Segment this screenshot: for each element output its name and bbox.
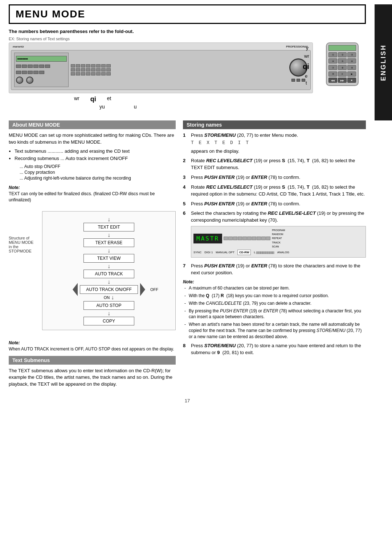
text-submenus-header: Text Submenus	[9, 356, 176, 365]
repeat-label: REPEAT	[272, 237, 285, 240]
ind	[224, 237, 228, 240]
step5-enter: ENTER	[251, 201, 267, 206]
step8-content: Press STORE/MENU (20, 77) to store a nam…	[191, 342, 366, 356]
flow-box-auto-track-onoff: AUTO TRACK ON/OFF	[80, 285, 138, 294]
label-y: y	[306, 45, 309, 51]
step6-display-row: MASTR	[193, 229, 363, 249]
device-image: marantz PROFESSIONAL ■■■■■■■■	[9, 42, 313, 93]
dev-btn	[39, 71, 44, 74]
remote-btn: ■	[347, 78, 356, 83]
flow-box-text-erase: TEXT ERASE	[83, 238, 134, 247]
device-knobs	[16, 77, 67, 84]
label-wr1: wr	[304, 53, 309, 59]
step2-content: Rotate REC LEVEL/SELECT (19) or press S …	[191, 157, 366, 171]
transport-buttons	[291, 79, 305, 82]
r-key: R	[221, 293, 224, 298]
ind	[242, 237, 247, 240]
step6-display-text: MASTR	[193, 234, 222, 243]
grid-btn	[96, 68, 101, 71]
step5-content: Press PUSH ENTER (19) or ENTER (78) to c…	[191, 201, 366, 208]
remote-btn: ▶▶	[338, 78, 347, 83]
step6-rec-level: REC LEVEL/SE-LECT	[268, 210, 316, 216]
label-t: t	[306, 80, 307, 86]
on-branch: ON ↓	[104, 294, 114, 301]
note-block1: Note: TEXT can only be edited for finali…	[9, 185, 176, 203]
about-menu-mode-content: MENU MODE can set up more sophisticated …	[9, 132, 176, 181]
cancel-delete: CANCEL/DELETE	[206, 301, 242, 306]
step8-nine: 9	[217, 350, 220, 355]
step2-t: T	[307, 158, 310, 163]
left-column: About MENU MODE MENU MODE can set up mor…	[9, 120, 176, 392]
remote-btn: ⑤	[338, 58, 347, 63]
grid-btn	[96, 72, 101, 75]
step8-store-menu: STORE/MENU	[204, 343, 236, 348]
remote-btn: ④	[328, 58, 337, 63]
note3-bullet1: A maximum of 60 characters can be stored…	[183, 285, 366, 291]
bottom-labels: wr qi et	[9, 95, 366, 103]
cd-rw-badge: CD-RW	[237, 250, 251, 255]
remote-btn: ③	[347, 52, 356, 57]
remote-area: ① ② ③ ④ ⑤ ⑥ ⑦ ⑧ ⑨ ⑩ 0 ▶ ◀◀	[319, 42, 366, 86]
flow-branch-area: AUTO TRACK ON/OFF OFF	[73, 285, 145, 294]
dev-btn	[16, 65, 21, 68]
english-label: ENGLISH	[380, 44, 387, 81]
grid-btn	[91, 64, 95, 67]
structure-label1: Structure of MENU MODE	[9, 236, 38, 245]
push-enter-note: PUSH ENTER	[220, 308, 248, 313]
button-grid	[71, 64, 111, 75]
step7-push-enter: PUSH ENTER	[204, 263, 235, 268]
step7-enter: ENTER	[251, 263, 267, 268]
remote-btn: ⑥	[347, 58, 356, 63]
remote-btn: ◀◀	[328, 78, 337, 83]
flow-area: Structure of MENU MODE in the STOPMODE ↓…	[9, 207, 176, 335]
flow-box-text-view: TEXT VIEW	[83, 254, 134, 263]
indent-item2: ... Copy protaction	[20, 170, 176, 175]
note-text1: TEXT can only be edited for finalized di…	[9, 191, 155, 202]
store-menu-note: STORE/MENU	[317, 328, 346, 333]
storing-names-header: Storing names	[183, 120, 366, 129]
step-1: 1 Press STORE/MENU (20, 77) to enter Men…	[183, 132, 366, 155]
step-2: 2 Rotate REC LEVEL/SELECT (19) or press …	[183, 157, 366, 171]
steps-list: 1 Press STORE/MENU (20, 77) to enter Men…	[183, 132, 366, 276]
professional-label: PROFESSIONAL	[286, 45, 309, 48]
flow-box-copy: COPY	[83, 317, 134, 325]
flow-arrow5: ↓	[107, 278, 110, 285]
grid-btn	[101, 68, 106, 71]
remote-btn: ①	[328, 52, 337, 57]
remote-buttons: ① ② ③ ④ ⑤ ⑥ ⑦ ⑧ ⑨ ⑩ 0 ▶ ◀◀	[328, 52, 356, 83]
remote-btn: ⑦	[328, 65, 337, 70]
transport-btn	[302, 79, 305, 82]
ind	[233, 237, 237, 240]
track-label: TRACK	[272, 241, 285, 245]
random-label: RANDOM	[272, 233, 285, 236]
label-wr2: wr	[74, 95, 79, 103]
step-3: 3 Press PUSH ENTER (19) or ENTER (78) to…	[183, 174, 366, 181]
step1-content: Press STORE/MENU (20, 77) to enter Menu …	[191, 132, 366, 155]
grid-btn	[106, 72, 111, 75]
flow-arrow6: ↓	[111, 294, 114, 301]
step5-num: 5	[183, 201, 189, 208]
step8-num: 8	[183, 342, 189, 356]
device-left-controls: ■■■■■■■■	[14, 53, 69, 87]
remote-btn: ⑧	[338, 65, 347, 70]
step3-content: Press PUSH ENTER (19) or ENTER (78) to c…	[191, 174, 366, 181]
bottom-labels-2: yu u	[9, 104, 366, 110]
dev-btn	[39, 65, 44, 68]
dev-btn	[33, 71, 38, 74]
grid-btn	[106, 68, 111, 71]
flow-arrow1: ↓	[107, 216, 110, 223]
note3-bullet4: By pressing the PUSH ENTER (19) or ENTER…	[183, 308, 366, 320]
step1-num: 1	[183, 132, 189, 155]
note-block2: Note: When AUTO TRACK increment is OFF, …	[9, 340, 176, 352]
l-indicator: L ||||||||||||||||||||||||	[254, 250, 274, 255]
dev-btn	[28, 65, 33, 68]
dev-btn	[22, 65, 27, 68]
note-label1: Note:	[9, 185, 176, 190]
ex-label: EX: Storing names of Text settings	[9, 37, 366, 41]
grid-btn	[91, 72, 95, 75]
step4-num: 4	[183, 184, 189, 198]
step2-s: S	[282, 158, 285, 163]
about-paragraph1: MENU MODE can set up more sophisticated …	[9, 132, 176, 146]
ind	[238, 237, 242, 240]
ind	[261, 237, 266, 240]
